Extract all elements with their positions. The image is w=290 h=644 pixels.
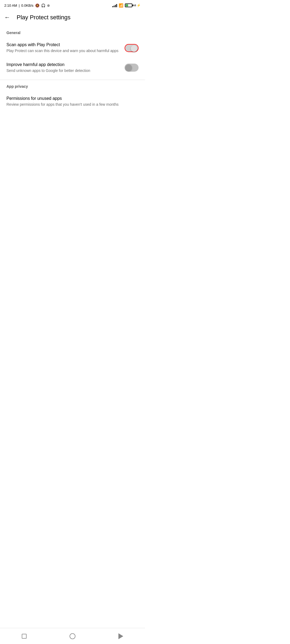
app-privacy-section-label: App privacy [0,82,145,91]
improve-detection-setting[interactable]: Improve harmful app detection Send unkno… [0,58,145,78]
scan-apps-toggle-slider [125,44,139,52]
charging-icon: ⚡ [137,3,141,7]
improve-detection-desc: Send unknown apps to Google for better d… [6,68,120,74]
network-speed: 0.0KB/s [21,3,34,8]
scan-apps-title: Scan apps with Play Protect [6,42,120,47]
general-section-label: General [0,28,145,37]
back-button[interactable]: ← [4,14,10,21]
unused-apps-text: Permissions for unused apps Review permi… [6,96,139,107]
unused-apps-title: Permissions for unused apps [6,96,134,101]
privacy-icon: ⊕ [47,3,50,8]
scan-apps-text: Scan apps with Play Protect Play Protect… [6,42,125,54]
content: General Scan apps with Play Protect Play… [0,24,145,116]
battery-container: 44 ⚡ [125,3,141,7]
header: ← Play Protect settings [0,11,145,24]
improve-detection-toggle-slider [125,64,139,72]
battery-percent: 44 [133,4,136,7]
wifi-icon: 📶 [119,3,123,8]
improve-detection-title: Improve harmful app detection [6,62,120,67]
scan-apps-desc: Play Protect can scan this device and wa… [6,48,120,54]
battery-fill [126,4,128,6]
page-title: Play Protect settings [17,14,71,21]
scan-apps-toggle[interactable] [125,44,139,52]
signal-bars [112,3,117,7]
status-bar: 2:10 AM | 0.0KB/s 🔕 🎧 ⊕ 📶 44 ⚡ [0,0,145,11]
improve-detection-toggle[interactable] [125,64,139,72]
time: 2:10 AM [4,3,17,8]
section-divider [0,80,145,80]
status-right: 📶 44 ⚡ [112,3,141,8]
status-left: 2:10 AM | 0.0KB/s 🔕 🎧 ⊕ [4,3,50,8]
separator: | [19,3,20,8]
mute-icon: 🔕 [35,3,39,8]
headphone-icon: 🎧 [41,3,45,8]
improve-detection-text: Improve harmful app detection Send unkno… [6,62,125,74]
battery-icon [125,3,132,7]
unused-apps-setting[interactable]: Permissions for unused apps Review permi… [0,92,145,112]
scan-apps-setting[interactable]: Scan apps with Play Protect Play Protect… [0,38,145,58]
unused-apps-desc: Review permissions for apps that you hav… [6,102,134,107]
